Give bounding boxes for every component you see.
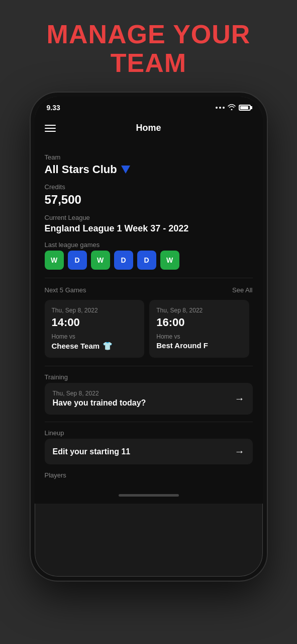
training-card-date: Thu, Sep 8, 2022 [53, 390, 146, 397]
players-label: Players [45, 471, 253, 479]
result-badge-2: D [68, 251, 87, 270]
home-indicator [35, 489, 263, 504]
lineup-card-title: Edit your starting 11 [53, 447, 131, 456]
last-games-label: Last league games [45, 241, 253, 249]
headline-line2: TEAM [111, 48, 186, 77]
scroll-content: Team All Stars Club Credits 57,500 Curre… [35, 141, 263, 489]
team-label: Team [45, 153, 253, 161]
shield-icon [121, 166, 130, 174]
game-2-time: 16:00 [156, 316, 242, 329]
signal-dots-icon [216, 107, 225, 109]
divider-1 [45, 278, 253, 278]
home-bar [119, 494, 179, 497]
shirt-icon-1: 👕 [103, 341, 113, 351]
game-2-opponent: Best Around F [156, 341, 242, 350]
game-1-opponent: Cheese Team 👕 [52, 341, 138, 351]
results-row: W D W D D W [45, 251, 253, 270]
status-bar: 9.33 [35, 97, 263, 115]
phone-frame: 9.33 Home [31, 93, 267, 581]
divider-2 [45, 366, 253, 366]
status-time: 9.33 [47, 104, 60, 112]
credits-value: 57,500 [45, 193, 253, 207]
team-name-row: All Stars Club [45, 163, 253, 176]
last-games-section: Last league games W D W D D W [45, 241, 253, 270]
games-row: Thu, Sep 8, 2022 14:00 Home vs Cheese Te… [45, 300, 253, 358]
page-headline: MANAGE YOUR TEAM [37, 0, 261, 93]
headline-line1: MANAGE YOUR [47, 20, 251, 49]
training-card-title: Have you trained today? [53, 398, 146, 408]
game-card-1[interactable]: Thu, Sep 8, 2022 14:00 Home vs Cheese Te… [45, 300, 145, 358]
next-games-label: Next 5 Games [45, 286, 86, 294]
result-badge-3: W [91, 251, 110, 270]
top-nav: Home [35, 115, 263, 141]
lineup-card-left: Edit your starting 11 [53, 447, 131, 456]
training-section: Training Thu, Sep 8, 2022 Have you train… [45, 373, 253, 415]
status-icons [216, 104, 251, 112]
hamburger-button[interactable] [45, 125, 56, 132]
divider-3 [45, 422, 253, 422]
training-card-left: Thu, Sep 8, 2022 Have you trained today? [53, 390, 146, 408]
team-name: All Stars Club [45, 163, 117, 176]
credits-label: Credits [45, 183, 253, 191]
game-2-date: Thu, Sep 8, 2022 [156, 307, 242, 314]
training-label: Training [45, 373, 253, 381]
lineup-label: Lineup [45, 429, 253, 437]
battery-icon [239, 105, 251, 111]
nav-title: Home [136, 123, 161, 133]
result-badge-5: D [137, 251, 156, 270]
game-2-vs-label: Home vs [156, 333, 242, 340]
result-badge-4: D [114, 251, 133, 270]
wifi-icon [228, 104, 236, 112]
result-badge-6: W [160, 251, 179, 270]
lineup-arrow-icon: → [235, 446, 245, 457]
next-games-header: Next 5 Games See All [45, 286, 253, 294]
training-arrow-icon: → [235, 393, 245, 405]
lineup-card[interactable]: Edit your starting 11 → [45, 439, 253, 464]
see-all-button[interactable]: See All [232, 286, 252, 294]
game-1-time: 14:00 [52, 316, 138, 329]
next-games-section: Next 5 Games See All Thu, Sep 8, 2022 14… [45, 286, 253, 358]
game-2-opponent-name: Best Around F [156, 341, 208, 350]
training-card[interactable]: Thu, Sep 8, 2022 Have you trained today?… [45, 383, 253, 415]
result-badge-1: W [45, 251, 64, 270]
game-1-vs-label: Home vs [52, 333, 138, 340]
game-1-date: Thu, Sep 8, 2022 [52, 307, 138, 314]
league-name: England League 1 Week 37 - 2022 [45, 223, 253, 234]
game-1-opponent-name: Cheese Team [52, 342, 100, 350]
app-content: Home Team All Stars Club Credits 57,500 … [35, 115, 263, 504]
credits-section: Credits 57,500 [45, 183, 253, 207]
lineup-section: Lineup Edit your starting 11 → [45, 429, 253, 464]
league-label: Current League [45, 214, 253, 221]
league-section: Current League England League 1 Week 37 … [45, 214, 253, 234]
game-card-2[interactable]: Thu, Sep 8, 2022 16:00 Home vs Best Arou… [149, 300, 249, 358]
team-section: Team All Stars Club [45, 153, 253, 176]
